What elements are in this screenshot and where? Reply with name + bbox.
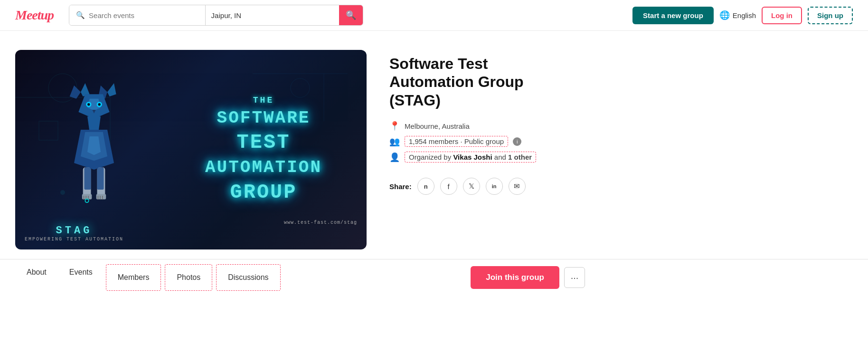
tab-discussions[interactable]: Discussions: [216, 264, 280, 291]
globe-icon: 🌐: [719, 10, 730, 20]
share-section: Share: n f 𝕏 in ✉: [389, 178, 555, 195]
search-input[interactable]: [89, 11, 198, 19]
organizer-other[interactable]: 1 other: [508, 153, 532, 161]
members-text: 1,954 members · Public group: [405, 136, 508, 147]
bottom-inner: About Events Members Photos Discussions …: [15, 259, 585, 296]
image-title-test: TEST: [237, 131, 291, 154]
location-icon: 📍: [389, 121, 400, 131]
linkedin-icon: in: [492, 183, 497, 189]
info-icon[interactable]: i: [513, 137, 521, 146]
search-bar: 🔍 🔍: [69, 5, 363, 26]
share-twitter-button[interactable]: 𝕏: [463, 178, 480, 195]
more-options-button[interactable]: ···: [564, 267, 585, 288]
language-label: English: [733, 11, 756, 19]
svg-marker-9: [70, 86, 81, 99]
facebook-icon: f: [448, 182, 450, 191]
bottom-section: About Events Members Photos Discussions …: [0, 259, 868, 296]
group-image-section: THE SOFTWARE TEST AUTOMATION GROUP STAG …: [15, 50, 367, 249]
tab-about[interactable]: About: [15, 259, 58, 296]
header-right: Start a new group 🌐 English Log in Sign …: [632, 7, 853, 24]
organizer-text: Organized by Vikas Joshi and 1 other: [405, 152, 536, 163]
image-title-group: GROUP: [230, 181, 297, 204]
share-nextdoor-button[interactable]: n: [417, 178, 434, 195]
location-row: 📍 Melbourne, Australia: [389, 121, 555, 131]
organized-by-prefix: Organized by: [409, 153, 453, 161]
organizer-row: 👤 Organized by Vikas Joshi and 1 other: [389, 152, 555, 163]
image-title-software: SOFTWARE: [217, 109, 311, 128]
new-group-button[interactable]: Start a new group: [632, 7, 714, 24]
twitter-icon: 𝕏: [469, 182, 474, 191]
organizer-and: and: [492, 153, 508, 161]
email-icon: ✉: [514, 182, 520, 191]
group-image: THE SOFTWARE TEST AUTOMATION GROUP STAG …: [15, 50, 367, 249]
group-info: Software Test Automation Group (STAG) 📍 …: [389, 50, 555, 249]
location-input[interactable]: [211, 11, 334, 19]
join-group-button[interactable]: Join this group: [471, 266, 559, 289]
svg-marker-20: [87, 116, 101, 132]
main-content: THE SOFTWARE TEST AUTOMATION GROUP STAG …: [0, 31, 570, 249]
tab-events[interactable]: Events: [58, 259, 104, 296]
tab-members[interactable]: Members: [106, 264, 161, 291]
organizer-name[interactable]: Vikas Joshi: [453, 153, 492, 161]
nextdoor-icon: n: [424, 183, 428, 190]
share-facebook-button[interactable]: f: [440, 178, 457, 195]
search-events-section: 🔍: [69, 5, 206, 25]
share-label: Share:: [389, 182, 412, 191]
image-subtitle: EMPOWERING TEST AUTOMATION: [25, 237, 123, 242]
tab-photos[interactable]: Photos: [165, 264, 212, 291]
login-button[interactable]: Log in: [762, 7, 802, 24]
share-email-button[interactable]: ✉: [509, 178, 526, 195]
svg-marker-23: [87, 136, 101, 155]
members-row: 👥 1,954 members · Public group i: [389, 136, 555, 147]
group-meta: 📍 Melbourne, Australia 👥 1,954 members ·…: [389, 121, 555, 163]
language-button[interactable]: 🌐 English: [719, 10, 756, 20]
image-title-the: THE: [253, 96, 274, 105]
deer-robot-area: [29, 50, 159, 249]
nav-tabs: About Events Members Photos Discussions: [15, 259, 283, 296]
organizer-icon: 👤: [389, 152, 400, 163]
svg-marker-12: [107, 83, 116, 96]
header: Meetup 🔍 🔍 Start a new group 🌐 English L…: [0, 0, 868, 31]
image-text-area: THE SOFTWARE TEST AUTOMATION GROUP: [175, 96, 352, 204]
group-image-inner: THE SOFTWARE TEST AUTOMATION GROUP: [15, 50, 367, 249]
location-section: [206, 5, 340, 25]
logo: Meetup: [15, 8, 54, 23]
location-text: Melbourne, Australia: [405, 122, 470, 130]
image-url: www.test-fast.com/stag: [284, 220, 357, 242]
group-title: Software Test Automation Group (STAG): [389, 55, 555, 109]
search-icon: 🔍: [76, 11, 85, 19]
signup-button[interactable]: Sign up: [808, 7, 853, 24]
image-stag-text: STAG: [25, 225, 123, 237]
svg-rect-35: [84, 167, 91, 190]
bottom-actions: Join this group ···: [471, 266, 585, 289]
image-bottom-bar: STAG EMPOWERING TEST AUTOMATION www.test…: [15, 220, 367, 242]
svg-point-34: [85, 199, 88, 202]
svg-point-18: [98, 103, 101, 106]
svg-rect-36: [97, 167, 104, 190]
search-button[interactable]: 🔍: [339, 5, 363, 25]
svg-point-17: [87, 103, 90, 106]
logo-text[interactable]: Meetup: [15, 8, 54, 22]
members-icon: 👥: [389, 136, 400, 147]
image-title-automation: AUTOMATION: [205, 158, 322, 177]
deer-svg: [49, 83, 139, 216]
share-linkedin-button[interactable]: in: [486, 178, 503, 195]
